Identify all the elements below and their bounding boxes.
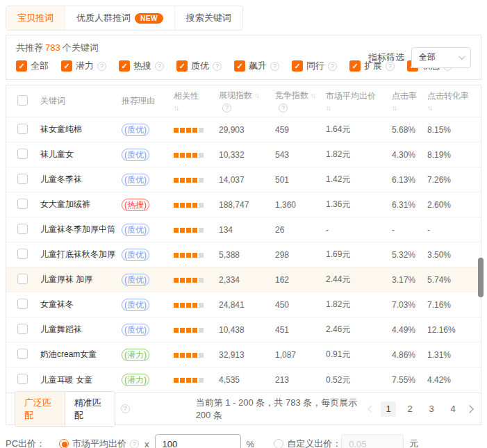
cvr-value: 7.16% [427,300,481,310]
tab-优质人群推词[interactable]: 优质人群推词NEW [65,6,175,30]
keyword-text[interactable]: 儿童打底袜秋冬加厚 [40,249,115,259]
relevance-bar-segment [186,203,191,208]
keyword-text[interactable]: 袜儿童女 [40,149,74,159]
relevance-bar-segment [180,253,185,258]
tab-宝贝推词[interactable]: 宝贝推词 [6,6,65,30]
row-checkbox[interactable] [17,324,28,334]
help-icon[interactable]: ? [222,103,231,113]
competition-value: 450 [275,300,326,310]
page-button-2[interactable]: 2 [402,401,418,417]
filter-checkbox-label: 同行 [306,60,324,72]
filter-checkbox-全部[interactable]: ✓全部 [16,60,49,72]
keyword-text[interactable]: 女大童加绒裤 [40,199,90,209]
page-info: 当前第 1 - 200 条，共 783 条，每页展示 200 条 [196,397,369,422]
relevance-bar-segment [199,378,204,383]
checkbox-checked-icon: ✓ [119,60,130,72]
help-icon[interactable]: ? [121,404,130,413]
reason-badge: 热搜 [122,199,149,211]
relevance-bar-segment [186,253,191,258]
ctr-value: 7.55% [392,375,427,385]
relevance-bar-segment [180,153,185,158]
filter-checkbox-label: 飙升 [249,60,267,72]
relevance-bar-segment [180,278,185,283]
scrollbar-thumb[interactable] [478,258,484,297]
relevance-bar-segment [199,353,204,358]
keyword-text[interactable]: 女童袜冬 [40,299,74,309]
filter-checkbox-飙升[interactable]: ✓飙升? [234,60,279,72]
row-checkbox[interactable] [17,199,28,209]
page-button-1[interactable]: 1 [381,401,396,417]
ctr-value: 5.68% [392,125,427,135]
relevance-bars [174,278,204,283]
row-checkbox[interactable] [17,224,28,234]
keyword-text[interactable]: 儿童厚袜 加厚 [40,274,92,284]
impressions-value: 5,388 [219,250,275,260]
custom-price-radio[interactable] [274,439,283,448]
row-checkbox[interactable] [17,249,28,259]
row-checkbox[interactable] [17,124,28,134]
relevance-bar-segment [199,128,204,133]
sort-icon[interactable]: ↑↓ [174,104,178,112]
competition-value: 451 [275,325,326,335]
help-icon[interactable]: ? [270,62,279,71]
table-row: 儿童冬季袜 质优 14,037 501 1.42元 6.13% 7.26% [6,167,481,192]
row-checkbox[interactable] [17,374,28,384]
relevance-bar-segment [174,128,179,133]
tab-bar: 宝贝推词优质人群推词NEW搜索关键词 [6,6,243,31]
relevance-bars [174,253,204,258]
cvr-value: 8.19% [427,150,481,160]
next-page-icon[interactable] [465,405,473,413]
keyword-text[interactable]: 儿童袜冬季加厚中筒 [40,224,115,234]
custom-price-input[interactable] [341,434,404,448]
keyword-text[interactable]: 儿童耳暖 女童 [40,375,92,385]
row-checkbox[interactable] [17,299,28,309]
select-all-checkbox[interactable] [17,95,28,106]
impressions-value: 14,037 [219,175,275,185]
table-row: 儿童袜冬季加厚中筒 质优 134 26 - - - [6,217,481,242]
row-checkbox[interactable] [17,349,28,359]
row-checkbox[interactable] [17,274,28,284]
match-mode-广泛匹配[interactable]: 广泛匹配 [15,392,65,426]
page-button-3[interactable]: 3 [424,401,439,417]
checkbox-checked-icon: ✓ [16,60,27,72]
sort-icon[interactable]: ↑↓ [392,104,396,112]
relevance-bars [174,128,204,133]
help-icon[interactable]: ? [155,62,164,71]
help-icon[interactable]: ? [130,440,139,448]
table-row: 女童袜冬 质优 24,841 450 1.82元 7.03% 7.16% [6,292,481,317]
filter-checkbox-热搜[interactable]: ✓热搜? [119,60,164,72]
filter-checkbox-同行[interactable]: ✓同行? [292,60,337,72]
new-badge: NEW [135,13,163,24]
sort-icon[interactable]: ↑↓ [326,104,330,112]
metric-filter-select[interactable]: 全部 [411,47,471,68]
sort-icon[interactable]: ↑↓ [427,104,431,112]
prev-page-icon[interactable] [368,405,375,413]
market-percent-input[interactable] [155,434,241,448]
impressions-value: 10,438 [219,325,275,335]
help-icon[interactable]: ? [279,103,288,113]
help-icon[interactable]: ? [97,62,106,71]
row-checkbox[interactable] [17,149,28,159]
relevance-bar-segment [186,328,191,333]
sort-icon[interactable]: ↑↓ [254,92,258,99]
filter-checkbox-质优[interactable]: ✓质优? [176,60,222,72]
sort-icon[interactable]: ↑↓ [311,92,315,99]
help-icon[interactable]: ? [213,62,222,71]
filter-checkbox-label: 全部 [31,60,49,72]
page-button-4[interactable]: 4 [445,401,461,417]
tab-搜索关键词[interactable]: 搜索关键词 [175,6,242,30]
relevance-bar-segment [174,153,179,158]
keyword-text[interactable]: 儿童舞蹈袜 [40,324,82,334]
relevance-bar-segment [199,278,204,283]
keyword-text[interactable]: 奶油cream女童 [40,349,97,359]
checkbox-checked-icon: ✓ [292,60,303,72]
keyword-text[interactable]: 儿童冬季袜 [40,174,82,184]
keyword-text[interactable]: 袜女童纯棉 [40,124,82,134]
filter-checkbox-潜力[interactable]: ✓潜力? [61,60,106,72]
help-icon[interactable]: ? [328,62,337,71]
relevance-bar-segment [199,328,204,333]
row-checkbox[interactable] [17,174,28,184]
match-mode-精准匹配[interactable]: 精准匹配 [65,392,115,426]
reason-badge: 质优 [122,299,149,311]
market-price-radio[interactable] [59,439,69,448]
